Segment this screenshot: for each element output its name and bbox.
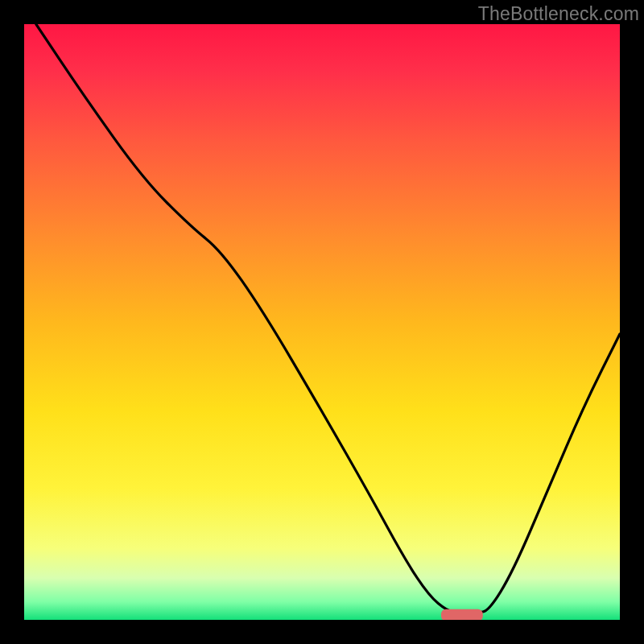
bottleneck-chart — [24, 24, 620, 620]
optimal-marker — [441, 609, 483, 620]
watermark-text: TheBottleneck.com — [478, 3, 639, 25]
chart-frame — [24, 24, 620, 620]
